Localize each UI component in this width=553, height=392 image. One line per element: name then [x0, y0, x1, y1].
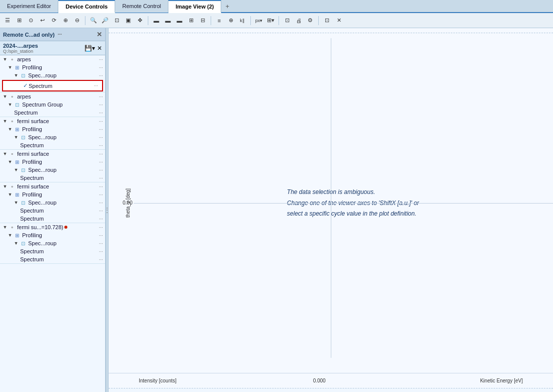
- tree-item-arpes1[interactable]: ▼ ⚬ arpes ···: [0, 55, 105, 63]
- tree-item-fermi3[interactable]: ▼ ⚬ fermi surface ···: [0, 182, 105, 190]
- file-save-icon[interactable]: 💾▾: [84, 45, 95, 52]
- specroup3-dots[interactable]: ···: [99, 135, 103, 140]
- fermi4-dots[interactable]: ···: [99, 225, 103, 230]
- toolbar-btn-plus[interactable]: ⊕: [60, 15, 71, 26]
- tree-item-profiling3[interactable]: ▼ ⊞ Profiling ···: [0, 158, 105, 166]
- spectrum7-dots[interactable]: ···: [99, 249, 103, 254]
- toolbar-btn-color4[interactable]: ⊞: [186, 15, 197, 26]
- toolbar-btn-axes2[interactable]: ⊕: [225, 15, 236, 26]
- toolbar-btn-zoom-out[interactable]: 🔎: [100, 15, 111, 26]
- toolbar-btn-target[interactable]: ⊙: [25, 15, 36, 26]
- toolbar-btn-back[interactable]: ↩: [37, 15, 48, 26]
- toolbar-btn-grid[interactable]: ⊞: [14, 15, 25, 26]
- tree-item-fermi2[interactable]: ▼ ⚬ fermi surface ···: [0, 150, 105, 158]
- tree-item-spectrum5[interactable]: Spectrum ···: [0, 207, 105, 215]
- tab-device-controls[interactable]: Device Controls: [58, 0, 115, 13]
- arrow-fermi4[interactable]: ▼: [2, 225, 8, 230]
- specroup5-dots[interactable]: ···: [99, 200, 103, 206]
- spectrum1-dots[interactable]: ···: [94, 83, 98, 88]
- tree-item-profiling1[interactable]: ▼ ⊞ Profiling ···: [0, 63, 105, 71]
- toolbar-btn-zoom-in[interactable]: 🔍: [88, 15, 99, 26]
- tree-item-arpes2[interactable]: ▼ ⚬ arpes ···: [0, 92, 105, 101]
- fermi1-dots[interactable]: ···: [99, 119, 103, 124]
- remote-panel-close[interactable]: ✕: [97, 31, 102, 38]
- arrow-fermi3[interactable]: ▼: [2, 184, 8, 189]
- toolbar-btn-minus[interactable]: ⊖: [71, 15, 82, 26]
- arrow-specroup5[interactable]: ▼: [13, 200, 19, 205]
- tree-item-profiling2[interactable]: ▼ ⊞ Profiling ···: [0, 125, 105, 133]
- toolbar-btn-menu[interactable]: ☰: [2, 15, 13, 26]
- specroup4-dots[interactable]: ···: [99, 167, 103, 173]
- tree-item-spectrum6[interactable]: Spectrum ···: [0, 215, 105, 223]
- spectrum2-dots[interactable]: ···: [99, 110, 103, 116]
- arrow-specroup3[interactable]: ▼: [13, 135, 19, 140]
- toolbar-btn-color5[interactable]: ⊟: [197, 15, 208, 26]
- specroup1-dots[interactable]: ···: [99, 73, 103, 78]
- file-close-icon[interactable]: ✕: [97, 45, 102, 52]
- toolbar-btn-export[interactable]: ⊡: [282, 15, 293, 26]
- fermi2-dots[interactable]: ···: [99, 151, 103, 157]
- tree-item-spectrum7[interactable]: Spectrum ···: [0, 247, 105, 255]
- toolbar-btn-kpar[interactable]: k∥: [237, 15, 248, 26]
- tab-image-view[interactable]: Image View (2): [168, 0, 221, 13]
- spectrum4-dots[interactable]: ···: [99, 175, 103, 181]
- toolbar-btn-maximize[interactable]: ⊡: [321, 15, 332, 26]
- toolbar-btn-color1[interactable]: ▬: [151, 15, 162, 26]
- remote-panel-dots[interactable]: ···: [58, 32, 62, 37]
- spectrum3-dots[interactable]: ···: [99, 143, 103, 148]
- tree-item-profiling4[interactable]: ▼ ⊞ Profiling ···: [0, 190, 105, 199]
- tree-item-fermi4[interactable]: ▼ ⚬ fermi su...=10.728) ···: [0, 223, 105, 231]
- tree-item-specroup3[interactable]: ▼ ⊡ Spec...roup ···: [0, 133, 105, 141]
- toolbar-btn-px[interactable]: px▾: [253, 15, 264, 26]
- tree-item-spectrum4[interactable]: Spectrum ···: [0, 174, 105, 182]
- arrow-specroup6[interactable]: ▼: [13, 241, 19, 246]
- add-tab-button[interactable]: +: [221, 2, 233, 11]
- spectrum5-dots[interactable]: ···: [99, 208, 103, 214]
- tree-item-specroup6[interactable]: ▼ ⊡ Spec...roup ···: [0, 239, 105, 247]
- profiling2-dots[interactable]: ···: [99, 127, 103, 132]
- arpes2-dots[interactable]: ···: [99, 94, 103, 100]
- arrow-fermi1[interactable]: ▼: [2, 119, 8, 124]
- toolbar-btn-settings[interactable]: ⚙: [305, 15, 316, 26]
- profiling4-dots[interactable]: ···: [99, 192, 103, 198]
- tree-item-specgroup2[interactable]: ▼ ⊡ Spectrum Group ···: [0, 101, 105, 109]
- tab-experiment-editor[interactable]: Experiment Editor: [0, 0, 58, 13]
- toolbar-btn-fwd[interactable]: ⟳: [48, 15, 59, 26]
- toolbar-btn-color2[interactable]: ▬: [162, 15, 173, 26]
- tree-item-specroup5[interactable]: ▼ ⊡ Spec...roup ···: [0, 199, 105, 207]
- arrow-specroup1[interactable]: ▼: [13, 73, 19, 78]
- profiling1-dots[interactable]: ···: [99, 65, 103, 70]
- arrow-fermi2[interactable]: ▼: [2, 151, 8, 156]
- specgroup2-dots[interactable]: ···: [99, 102, 103, 108]
- tree-item-spectrum3[interactable]: Spectrum ···: [0, 141, 105, 149]
- arrow-arpes1[interactable]: ▼: [2, 57, 8, 62]
- toolbar-btn-grid2[interactable]: ⊞▾: [265, 15, 276, 26]
- toolbar-btn-print[interactable]: 🖨: [293, 15, 304, 26]
- tree-item-spectrum2[interactable]: Spectrum ···: [0, 109, 105, 117]
- toolbar-btn-axes1[interactable]: ≡: [214, 15, 225, 26]
- toolbar-btn-close-view[interactable]: ✕: [333, 15, 344, 26]
- arrow-profiling4[interactable]: ▼: [7, 192, 13, 197]
- tab-remote-control[interactable]: Remote Control: [115, 0, 168, 13]
- arrow-profiling3[interactable]: ▼: [7, 159, 13, 164]
- arpes1-dots[interactable]: ···: [99, 57, 103, 62]
- tree-item-specroup4[interactable]: ▼ ⊡ Spec...roup ···: [0, 166, 105, 174]
- tree-item-specroup1[interactable]: ▼ ⊡ Spec...roup ···: [0, 71, 105, 79]
- arrow-specgroup2[interactable]: ▼: [7, 102, 13, 107]
- toolbar-btn-rect[interactable]: ▣: [123, 15, 134, 26]
- tree-item-spectrum8[interactable]: Spectrum ···: [0, 255, 105, 263]
- tree-item-fermi1[interactable]: ▼ ⚬ fermi surface ···: [0, 117, 105, 125]
- toolbar-btn-pan[interactable]: ✥: [134, 15, 145, 26]
- arrow-profiling5[interactable]: ▼: [7, 233, 13, 238]
- tree-item-spectrum1-highlighted[interactable]: ✓ Spectrum ···: [2, 80, 103, 91]
- fermi3-dots[interactable]: ···: [99, 184, 103, 189]
- arrow-profiling2[interactable]: ▼: [7, 127, 13, 132]
- toolbar-btn-color3[interactable]: ▬: [174, 15, 185, 26]
- tree-item-profiling5[interactable]: ▼ ⊞ Profiling ···: [0, 231, 105, 239]
- arrow-arpes2[interactable]: ▼: [2, 94, 8, 99]
- profiling3-dots[interactable]: ···: [99, 159, 103, 165]
- spectrum8-dots[interactable]: ···: [99, 257, 103, 262]
- specroup6-dots[interactable]: ···: [99, 241, 103, 246]
- arrow-specroup4[interactable]: ▼: [13, 167, 19, 172]
- spectrum6-dots[interactable]: ···: [99, 216, 103, 222]
